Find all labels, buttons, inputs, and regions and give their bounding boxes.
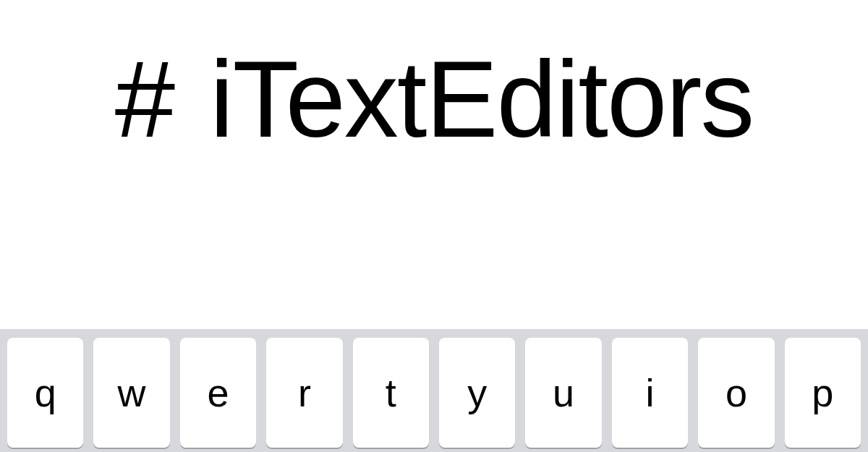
key-q[interactable]: q: [7, 338, 83, 448]
key-t[interactable]: t: [353, 338, 429, 448]
keyboard: q w e r t y u i o p: [0, 329, 868, 452]
key-w[interactable]: w: [93, 338, 169, 448]
key-u[interactable]: u: [525, 338, 601, 448]
key-i[interactable]: i: [612, 338, 688, 448]
key-p[interactable]: p: [785, 338, 861, 448]
hash-symbol: #: [115, 45, 174, 153]
title-area: # iTextEditors: [0, 0, 868, 329]
title-text: iTextEditors: [210, 45, 753, 153]
key-y[interactable]: y: [439, 338, 515, 448]
key-r[interactable]: r: [266, 338, 342, 448]
page-title: # iTextEditors: [115, 45, 754, 153]
key-e[interactable]: e: [180, 338, 256, 448]
key-o[interactable]: o: [698, 338, 774, 448]
